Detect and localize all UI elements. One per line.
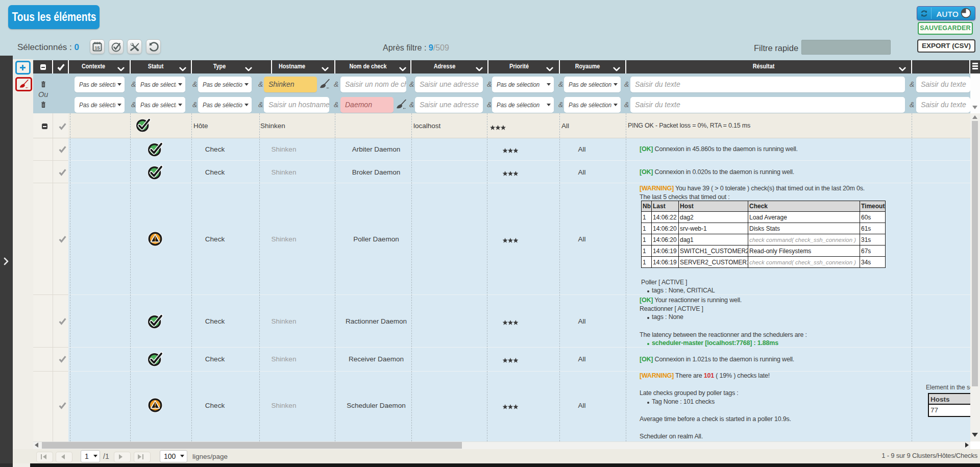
- svg-text:15: 15: [94, 45, 100, 51]
